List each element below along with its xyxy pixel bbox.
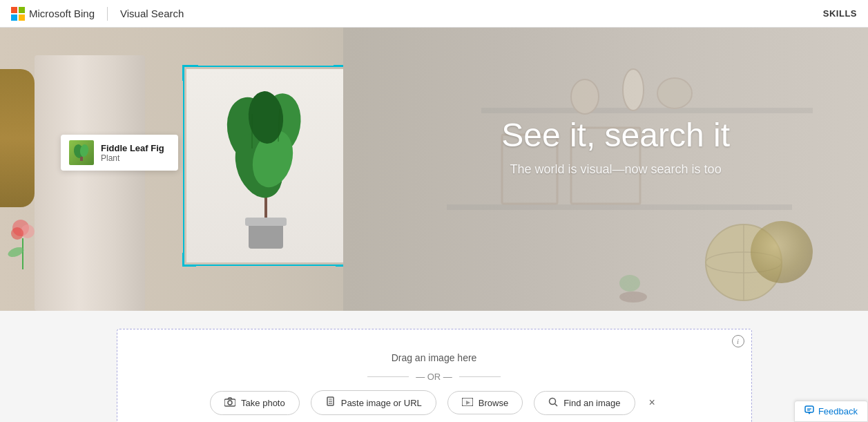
paste-icon xyxy=(325,396,336,409)
ms-logo-icon xyxy=(11,7,25,21)
search-icon xyxy=(548,397,558,409)
browse-icon xyxy=(462,397,473,408)
wicker-basket-decoration xyxy=(0,69,35,207)
page-title: Visual Search xyxy=(120,8,184,19)
feedback-button[interactable]: Feedback xyxy=(794,401,868,422)
browse-button[interactable]: Browse xyxy=(447,391,523,414)
hero-subheading: The world is visual—now search is too xyxy=(501,162,730,177)
browse-label: Browse xyxy=(479,398,508,408)
header-left: Microsoft Bing Visual Search xyxy=(11,7,184,21)
paste-image-label: Paste image or URL xyxy=(341,398,422,408)
plant-name: Fiddle Leaf Fig xyxy=(101,143,164,153)
svg-point-37 xyxy=(619,275,640,291)
svg-rect-3 xyxy=(19,15,25,21)
or-line-left xyxy=(367,376,409,377)
or-label: — OR — xyxy=(416,372,452,382)
bing-logo[interactable]: Microsoft Bing xyxy=(11,7,95,21)
action-buttons-group: Take photo Paste image or URL Browse xyxy=(210,390,658,415)
svg-point-47 xyxy=(550,398,556,404)
plant-type: Plant xyxy=(101,153,164,163)
svg-point-28 xyxy=(571,79,599,114)
find-image-button[interactable]: Find an image xyxy=(534,391,635,415)
svg-rect-2 xyxy=(11,15,17,21)
plant-label-info: Fiddle Leaf Fig Plant xyxy=(101,143,164,163)
bottom-panel: i Drag an image here — OR — Take photo xyxy=(0,311,868,422)
upload-area[interactable]: i Drag an image here — OR — Take photo xyxy=(117,329,752,423)
globe-decoration xyxy=(751,221,813,283)
hero-heading: See it, search it xyxy=(501,117,730,154)
drag-text: Drag an image here xyxy=(392,352,477,363)
plant-thumbnail xyxy=(69,140,94,165)
find-image-close-button[interactable]: × xyxy=(646,396,658,409)
take-photo-label: Take photo xyxy=(241,398,285,408)
selection-box xyxy=(183,66,349,266)
hero-text-block: See it, search it The world is visual—no… xyxy=(501,117,730,177)
svg-marker-52 xyxy=(808,412,811,414)
camera-icon xyxy=(224,397,235,409)
svg-line-48 xyxy=(555,403,558,406)
take-photo-button[interactable]: Take photo xyxy=(210,391,300,415)
svg-point-6 xyxy=(11,227,23,240)
or-divider: — OR — xyxy=(367,372,501,382)
paste-image-button[interactable]: Paste image or URL xyxy=(311,390,436,415)
svg-point-30 xyxy=(657,78,692,108)
svg-rect-41 xyxy=(329,399,332,400)
header: Microsoft Bing Visual Search SKILLS xyxy=(0,0,868,28)
feedback-icon xyxy=(804,405,814,417)
svg-point-29 xyxy=(623,69,644,111)
svg-point-39 xyxy=(228,401,232,405)
svg-rect-0 xyxy=(11,7,17,13)
find-image-label: Find an image xyxy=(563,398,620,408)
plant-label-tooltip: Fiddle Leaf Fig Plant xyxy=(61,135,178,171)
or-line-right xyxy=(459,376,501,377)
svg-rect-25 xyxy=(80,157,83,161)
brand-name: Microsoft Bing xyxy=(29,8,95,19)
header-divider xyxy=(107,7,108,21)
hero-section: Fiddle Leaf Fig Plant Se xyxy=(0,28,868,311)
feedback-label: Feedback xyxy=(818,406,858,416)
info-icon[interactable]: i xyxy=(732,335,744,347)
skills-button[interactable]: SKILLS xyxy=(823,8,857,19)
curtain-decoration xyxy=(35,55,145,311)
corner-bl xyxy=(182,253,196,267)
svg-rect-1 xyxy=(19,7,25,13)
svg-point-36 xyxy=(619,291,647,303)
rose-flower-decoration xyxy=(3,214,45,269)
